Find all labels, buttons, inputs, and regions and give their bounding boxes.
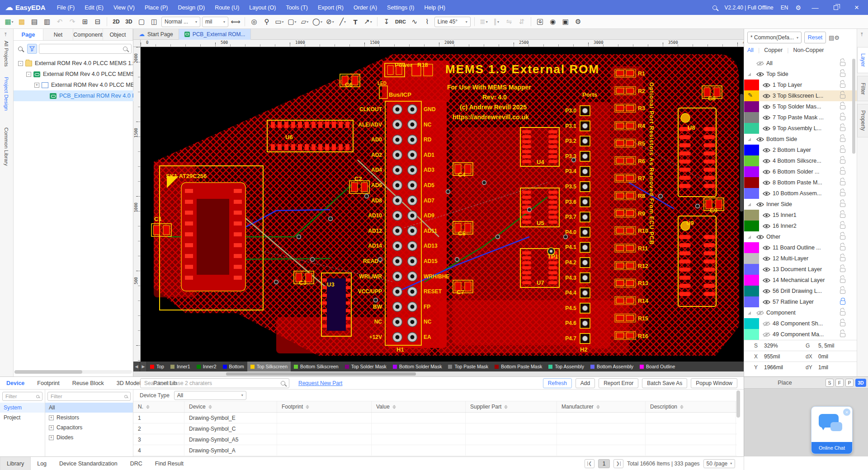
group-collapse-icon[interactable] [748,203,751,206]
layer-row-2-bottom-layer[interactable]: 2 Bottom Layer [744,145,857,155]
layer-row-13-document-layer[interactable]: 13 Document Layer [744,264,857,275]
eye-icon[interactable] [763,126,770,131]
menu-file[interactable]: File (F) [52,0,80,15]
tree-expander-icon[interactable]: + [34,83,39,88]
tree-expander-icon[interactable]: - [18,61,23,66]
layer-row-49-component-ma-[interactable]: 49 Component Ma... [744,329,857,340]
lock-open-icon[interactable] [840,105,845,109]
strip-right-arrow-icon[interactable]: ▶ [140,362,147,371]
class-item-diodes[interactable]: +Diodes [45,432,133,442]
eye-icon[interactable] [763,191,770,196]
import-button[interactable]: ↧ [381,16,392,27]
lock-open-icon[interactable] [840,246,845,250]
menu-settings[interactable]: Settings (I) [382,0,419,15]
rail-project-design[interactable]: Project Design [4,77,9,111]
strip-layer-board-outline[interactable]: Board Outline [637,362,678,371]
align-button[interactable]: ≣▾ [478,16,489,27]
column-header-footprint[interactable]: Footprint [277,401,372,412]
preview-s-button[interactable]: S [826,379,834,387]
batch-save-as-button[interactable]: Batch Save As [642,378,687,388]
eye-off-icon[interactable] [763,321,770,326]
save-all-button[interactable]: ▥ [42,16,52,27]
tab-reuse-block[interactable]: Reuse Block [66,377,110,390]
strip-layer-bottom[interactable]: Bottom [220,362,247,371]
menu-layout[interactable]: Layout (O) [244,0,281,15]
eye-off-icon[interactable] [756,61,764,66]
menu-place[interactable]: Place (P) [140,0,173,15]
strip-layer-top[interactable]: Top [147,362,167,371]
lock-open-icon[interactable] [840,138,845,142]
tree-search-icon[interactable] [15,44,25,54]
layer-row-7-top-paste-mask-[interactable]: 7 Top Paste Mask ... [744,112,857,123]
column-header-device[interactable]: Device [184,401,277,412]
lock-open-icon[interactable] [840,127,845,131]
tab-pcb-document[interactable]: PCB_External ROM... [179,29,251,40]
refresh-button[interactable]: Refresh [543,378,572,388]
layer-row-16-inner2[interactable]: 16 Inner2 [744,221,857,231]
class-item-resistors[interactable]: +Resistors [45,413,133,423]
lock-open-icon[interactable] [840,94,845,99]
sort-icons[interactable] [504,405,508,409]
bom-export-button[interactable]: ◉ [547,16,558,27]
sort-icons[interactable] [596,405,600,409]
tree-filter-icon[interactable] [27,44,37,54]
current-page[interactable]: 1 [598,459,610,468]
language-selector[interactable]: EN [781,5,788,11]
layer-color-swatch[interactable] [744,264,759,275]
menu-design[interactable]: Design (D) [173,0,210,15]
layer-row-other[interactable]: Other [744,231,857,242]
layer-tab-all[interactable]: All [747,47,754,53]
ratsnest-button[interactable]: ⌇ [422,16,433,27]
layer-row-9-top-assembly-l-[interactable]: 9 Top Assembly L... [744,123,857,134]
panel-pin-icon[interactable]: ⤒ [5,32,7,38]
layer-row-5-top-solder-mas-[interactable]: 5 Top Solder Mas... [744,101,857,112]
line-tool-button[interactable]: ╱▾ [337,16,348,27]
preview-f-button[interactable]: F [835,379,844,387]
eye-icon[interactable] [756,72,764,77]
open-folder-button[interactable]: ▩ [16,16,27,27]
strip-layer-bottom-solder-mask[interactable]: Bottom Solder Mask [390,362,445,371]
device-search-input[interactable]: Search, at lease 2 charaters [140,378,289,388]
layer-color-swatch[interactable] [744,145,759,155]
layer-row-48-component-sh-[interactable]: 48 Component Sh... [744,318,857,329]
polygon-tool-button[interactable]: ▱▾ [299,16,310,27]
tab-component[interactable]: Component [73,29,103,40]
lock-closed-icon[interactable] [840,301,845,305]
gerber-export-button[interactable]: G [535,16,546,27]
table-row[interactable]: 4Drawing-Symbol_A [133,445,737,456]
preview-3d-button[interactable]: 3D [855,379,866,387]
tab-filter[interactable]: Filter [857,76,868,101]
array-tool-button[interactable]: ⊞ [80,16,90,27]
expand-plus-icon[interactable]: + [49,425,54,430]
class-filter-input[interactable]: Filter [47,392,131,401]
canvas-vscrollbar[interactable] [740,94,743,212]
layer-color-swatch[interactable] [744,166,759,177]
tab-library[interactable]: Library [0,457,31,470]
last-page-button[interactable]: ❯| [613,459,623,468]
sort-icons[interactable] [208,405,212,409]
class-item-all[interactable]: All [45,403,133,413]
tab-find-result[interactable]: Find Result [149,457,190,470]
layer-row-bottom-side[interactable]: Bottom Side [744,134,857,145]
layer-row-3-top-silkscreen-l-[interactable]: ✎3 Top Silkscreen L... [744,90,857,101]
layer-color-swatch[interactable] [744,155,759,166]
tree-item-folder[interactable]: -External ROM Rev 4.0 PLCC MEMS 1.9 [14,58,133,69]
layer-tab-copper[interactable]: Copper [764,47,783,53]
print-preview-button[interactable]: ◫ [149,16,160,27]
class-item-capacitors[interactable]: +Capacitors [45,423,133,432]
tree-search-input[interactable] [39,44,132,54]
layer-settings-icon[interactable]: ▤⚙ [829,34,840,41]
route-mode-select[interactable]: Normal ...▾ [161,17,200,27]
view-3d-button[interactable]: 3D [123,16,134,27]
tab-drc[interactable]: DRC [124,457,149,470]
strip-layer-top-paste-mask[interactable]: Top Paste Mask [445,362,491,371]
design-manager-button[interactable]: ⊟ [92,16,103,27]
tab-footprint[interactable]: Footprint [31,377,66,390]
line-angle-select[interactable]: Line 45°▾ [434,17,471,27]
flip-horizontal-button[interactable]: ⇋ [504,16,514,27]
strip-layer-bottom-silkscreen[interactable]: Bottom Silkscreen [291,362,342,371]
strip-layer-bottom-paste-mask[interactable]: Bottom Paste Mask [491,362,545,371]
column-header-description[interactable]: Description [646,401,736,412]
right-panel-pin-icon[interactable]: ⤒ [861,32,863,38]
lock-open-icon[interactable] [840,192,845,196]
